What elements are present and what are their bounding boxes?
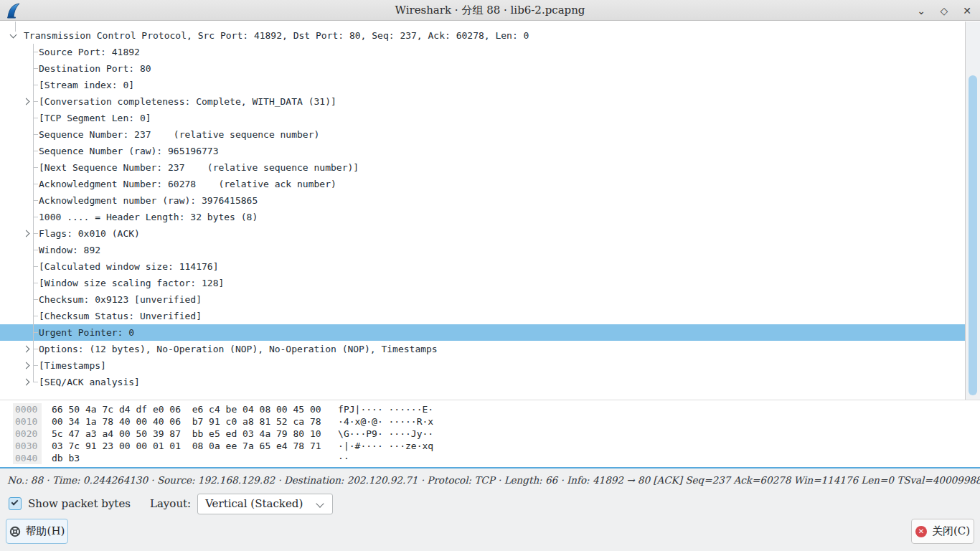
tree-row[interactable]: [Timestamps] xyxy=(0,357,965,374)
tree-row[interactable]: Acknowledgment number (raw): 3976415865 xyxy=(0,192,965,209)
chevron-down-icon xyxy=(316,499,324,507)
hex-bytes: b7 91 c0 a8 81 52 ca 78 xyxy=(192,415,321,428)
show-packet-bytes-checkbox[interactable] xyxy=(9,497,22,510)
hex-dump[interactable]: 000066 50 4a 7c d4 df e0 06e6 c4 be 04 0… xyxy=(0,403,980,467)
hex-bytes: 03 7c 91 23 00 00 01 01 xyxy=(52,440,181,452)
close-button-label: 关闭(C) xyxy=(932,524,970,538)
tree-row[interactable]: Destination Port: 80 xyxy=(0,60,965,77)
hex-offset: 0040 xyxy=(13,452,42,464)
hex-ascii: ······E· xyxy=(389,403,434,415)
tree-row[interactable]: Options: (12 bytes), No-Operation (NOP),… xyxy=(0,341,965,357)
tree-row[interactable]: Flags: 0x010 (ACK) xyxy=(0,225,965,242)
packet-status-line: No.: 88 · Time: 0.244264130 · Source: 19… xyxy=(7,474,980,486)
tree-row[interactable]: Sequence Number: 237 (relative sequence … xyxy=(0,126,965,143)
tree-row-label: [Calculated window size: 114176] xyxy=(39,258,218,275)
help-button[interactable]: 帮助(H) xyxy=(6,519,68,544)
tree-row-label: Source Port: 41892 xyxy=(39,44,140,60)
close-window-icon[interactable]: ✕ xyxy=(961,5,973,17)
hex-ascii: \G···P9· xyxy=(338,428,383,440)
hex-row[interactable]: 00205c 47 a3 a4 00 50 39 87bb e5 ed 03 4… xyxy=(13,428,980,440)
hex-bytes: bb e5 ed 03 4a 79 80 10 xyxy=(192,428,321,440)
tree-row-label: Transmission Control Protocol, Src Port:… xyxy=(24,27,529,44)
show-packet-bytes-label: Show packet bytes xyxy=(28,497,131,510)
tree-row[interactable]: [Checksum Status: Unverified] xyxy=(0,308,965,324)
hex-bytes: 08 0a ee 7a 65 e4 78 71 xyxy=(192,440,321,452)
tree-row-label: Sequence Number (raw): 965196773 xyxy=(39,143,218,159)
tree-row[interactable]: [Calculated window size: 114176] xyxy=(0,258,965,275)
hex-ascii: ·4·x@·@· xyxy=(338,415,383,428)
tree-row[interactable]: Checksum: 0x9123 [unverified] xyxy=(0,291,965,308)
hex-ascii: ····Jy·· xyxy=(389,428,434,440)
tree-row[interactable]: Acknowledgment Number: 60278 (relative a… xyxy=(0,176,965,192)
chevron-down-icon[interactable] xyxy=(10,32,17,39)
help-button-label: 帮助(H) xyxy=(26,524,65,538)
tree-row-label: [Window size scaling factor: 128] xyxy=(39,275,224,291)
hex-ascii: fPJ|···· xyxy=(338,403,383,415)
tree-row[interactable]: [Window size scaling factor: 128] xyxy=(0,275,965,291)
hex-ascii: ·|·#···· xyxy=(338,440,383,452)
tree-row-label: [TCP Segment Len: 0] xyxy=(39,110,151,126)
tree-row-label: [Conversation completeness: Complete, WI… xyxy=(39,93,336,110)
hex-offset: 0030 xyxy=(13,440,42,452)
tree-row-label: Options: (12 bytes), No-Operation (NOP),… xyxy=(39,341,438,357)
hex-ascii: ···ze·xq xyxy=(389,440,434,452)
vertical-scrollbar[interactable] xyxy=(965,22,980,400)
packet-detail-tree[interactable]: Transmission Control Protocol, Src Port:… xyxy=(0,22,965,400)
hex-offset: 0010 xyxy=(13,415,42,428)
tree-row-label: Checksum: 0x9123 [unverified] xyxy=(39,291,202,308)
window-title: Wireshark · 分组 88 · lib6-2.pcapng xyxy=(0,0,980,21)
tree-row[interactable]: [Conversation completeness: Complete, WI… xyxy=(0,93,965,110)
tree-row-label: [Stream index: 0] xyxy=(39,77,134,93)
help-lifebuoy-icon xyxy=(9,526,21,537)
hex-offset: 0020 xyxy=(13,428,42,440)
tree-row-label: [SEQ/ACK analysis] xyxy=(39,374,140,390)
tree-row[interactable]: [SEQ/ACK analysis] xyxy=(0,374,965,390)
tree-row[interactable]: Source Port: 41892 xyxy=(0,44,965,60)
tree-row-label: Urgent Pointer: 0 xyxy=(39,324,134,341)
hex-offset: 0000 xyxy=(13,403,42,415)
chevron-right-icon[interactable] xyxy=(23,379,30,386)
tree-row-label: Flags: 0x010 (ACK) xyxy=(39,225,140,242)
hex-bytes: 5c 47 a3 a4 00 50 39 87 xyxy=(52,428,181,440)
hex-bytes: 66 50 4a 7c d4 df e0 06 xyxy=(52,403,181,415)
chevron-right-icon[interactable] xyxy=(23,230,30,237)
tree-row-label: Acknowledgment Number: 60278 (relative a… xyxy=(39,176,336,192)
layout-dropdown-value: Vertical (Stacked) xyxy=(205,497,303,510)
tree-row[interactable]: [Next Sequence Number: 237 (relative seq… xyxy=(0,159,965,176)
tree-row[interactable]: [TCP Segment Len: 0] xyxy=(0,110,965,126)
tree-row-label: [Next Sequence Number: 237 (relative seq… xyxy=(39,159,359,176)
hex-ascii: ·· xyxy=(338,452,383,464)
tree-row[interactable]: Sequence Number (raw): 965196773 xyxy=(0,143,965,159)
tree-row-label: Acknowledgment number (raw): 3976415865 xyxy=(39,192,258,209)
hex-bytes: 00 34 1a 78 40 00 40 06 xyxy=(52,415,181,428)
tree-row[interactable]: Window: 892 xyxy=(0,242,965,258)
layout-dropdown[interactable]: Vertical (Stacked) xyxy=(197,494,333,514)
tree-row[interactable]: Urgent Pointer: 0 xyxy=(0,324,965,341)
tree-row-label: [Timestamps] xyxy=(39,357,106,374)
hex-row[interactable]: 001000 34 1a 78 40 00 40 06b7 91 c0 a8 8… xyxy=(13,415,980,428)
minimize-icon[interactable]: ⌄ xyxy=(915,5,927,17)
scrollbar-thumb[interactable] xyxy=(969,75,977,395)
tree-row-label: Window: 892 xyxy=(39,242,100,258)
hex-row[interactable]: 000066 50 4a 7c d4 df e0 06e6 c4 be 04 0… xyxy=(13,403,980,415)
chevron-right-icon[interactable] xyxy=(23,98,30,105)
tree-row-label: 1000 .... = Header Length: 32 bytes (8) xyxy=(39,209,258,225)
layout-label: Layout: xyxy=(150,497,191,510)
maximize-icon[interactable]: ◇ xyxy=(938,5,950,17)
tree-row[interactable]: 1000 .... = Header Length: 32 bytes (8) xyxy=(0,209,965,225)
pane-divider xyxy=(0,400,980,400)
checkmark-icon xyxy=(11,499,19,506)
title-bar: Wireshark · 分组 88 · lib6-2.pcapng ⌄ ◇ ✕ xyxy=(0,0,980,21)
tree-row[interactable]: Transmission Control Protocol, Src Port:… xyxy=(0,27,965,44)
tree-row-label: Destination Port: 80 xyxy=(39,60,151,77)
footer: No.: 88 · Time: 0.244264130 · Source: 19… xyxy=(0,468,980,551)
close-button[interactable]: ✕ 关闭(C) xyxy=(911,519,974,544)
chevron-right-icon[interactable] xyxy=(23,346,30,353)
hex-row[interactable]: 003003 7c 91 23 00 00 01 0108 0a ee 7a 6… xyxy=(13,440,980,452)
hex-row[interactable]: 0040db b3·· xyxy=(13,452,980,464)
close-x-icon: ✕ xyxy=(915,526,927,537)
hex-bytes: e6 c4 be 04 08 00 45 00 xyxy=(192,403,321,415)
tree-row-label: Sequence Number: 237 (relative sequence … xyxy=(39,126,319,143)
chevron-right-icon[interactable] xyxy=(23,362,30,369)
tree-row[interactable]: [Stream index: 0] xyxy=(0,77,965,93)
